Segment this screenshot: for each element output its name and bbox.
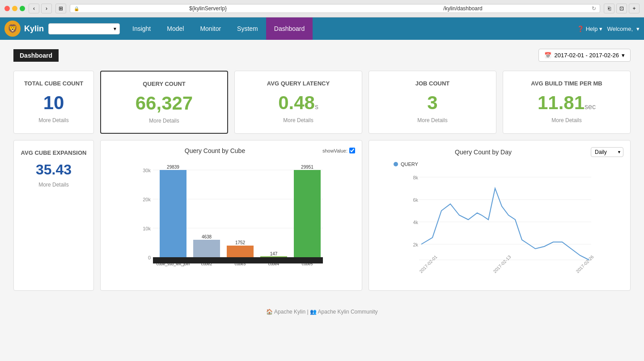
stat-query-count-label: QUERY COUNT xyxy=(108,81,220,88)
svg-text:6k: 6k xyxy=(413,197,418,203)
sidebar-toggle-button[interactable]: ⊞ xyxy=(55,4,66,13)
navbar-right: ❓ Help ▾ Welcome, ▾ xyxy=(577,25,640,32)
footer: 🏠 Apache Kylin | 👥 Apache Kylin Communit… xyxy=(13,300,631,324)
footer-community[interactable]: Apache Kylin Community xyxy=(318,309,378,315)
nav-links: Insight Model Monitor System Dashboard xyxy=(124,17,577,40)
reload-button[interactable]: ↻ xyxy=(592,5,596,12)
period-select[interactable]: Daily Weekly Monthly xyxy=(591,147,623,157)
svg-text:10k: 10k xyxy=(143,226,151,231)
stat-avg-latency-unit: s xyxy=(315,103,318,110)
share-button[interactable]: ⎗ xyxy=(604,4,614,13)
stat-total-cube-more[interactable]: More Details xyxy=(21,117,87,123)
nav-system[interactable]: System xyxy=(229,17,266,40)
svg-text:0: 0 xyxy=(148,255,151,260)
svg-text:29839: 29839 xyxy=(167,165,179,170)
stat-avg-latency-value: 0.48s xyxy=(242,92,355,114)
stat-avg-expansion-more[interactable]: More Details xyxy=(21,182,87,188)
svg-rect-15 xyxy=(260,256,287,257)
lock-icon: 🔒 xyxy=(74,6,79,11)
legend-label: QUERY xyxy=(401,161,418,167)
main-content: Dashboard 📅 2017-02-01 - 2017-02-26 ▾ TO… xyxy=(0,40,644,333)
stat-avg-build-time: AVG BUILD TIME PER MB 11.81sec More Deta… xyxy=(503,71,631,134)
navbar: 🦁 Kylin Insight Model Monitor System Das… xyxy=(0,17,644,40)
bar-chart-card: Query Count by Cube showValue: 30k 20k 1… xyxy=(100,140,362,291)
show-value-text: showValue: xyxy=(322,148,347,153)
stat-query-count-value: 66,327 xyxy=(108,93,220,114)
help-label: Help xyxy=(586,25,598,32)
svg-text:1752: 1752 xyxy=(235,240,246,245)
svg-text:20k: 20k xyxy=(143,197,151,202)
stat-job-count-label: JOB COUNT xyxy=(376,80,489,88)
svg-text:2017-02-26: 2017-02-26 xyxy=(575,254,595,274)
maximize-dot[interactable] xyxy=(20,6,25,11)
brand: 🦁 Kylin xyxy=(4,21,44,37)
stat-job-count-more[interactable]: More Details xyxy=(376,117,489,123)
help-icon: ❓ xyxy=(577,25,584,32)
nav-dashboard[interactable]: Dashboard xyxy=(266,17,313,40)
charts-row: AVG CUBE EXPANSION 35.43 More Details Qu… xyxy=(13,140,631,291)
welcome-chevron-icon: ▾ xyxy=(636,25,640,32)
stat-avg-latency: AVG QUERY LATENCY 0.48s More Details xyxy=(234,71,362,134)
nav-monitor[interactable]: Monitor xyxy=(192,17,229,40)
line-chart-title: Query Count by Day xyxy=(376,149,591,156)
stat-avg-build-value: 11.81sec xyxy=(510,92,623,114)
svg-rect-11 xyxy=(193,240,220,257)
back-button[interactable]: ‹ xyxy=(29,4,39,13)
svg-text:29951: 29951 xyxy=(301,165,314,170)
stat-avg-build-unit: sec xyxy=(585,103,596,110)
stat-avg-expansion: AVG CUBE EXPANSION 35.43 More Details xyxy=(13,140,94,291)
svg-text:4k: 4k xyxy=(413,220,418,225)
line-chart-path xyxy=(421,188,589,260)
nav-insight[interactable]: Insight xyxy=(124,17,159,40)
bar-chart-header: Query Count by Cube showValue: xyxy=(107,147,355,154)
minimize-dot[interactable] xyxy=(12,6,17,11)
svg-rect-13 xyxy=(227,246,254,257)
stat-query-count: QUERY COUNT 66,327 More Details xyxy=(100,71,228,134)
new-tab-button[interactable]: + xyxy=(629,4,640,13)
welcome-text: Welcome, xyxy=(607,25,633,32)
dashboard-title: Dashboard xyxy=(13,49,59,62)
svg-text:2k: 2k xyxy=(413,242,418,247)
stats-row: TOTAL CUBE COUNT 10 More Details QUERY C… xyxy=(13,71,631,134)
welcome-dropdown[interactable]: Welcome, ▾ xyxy=(607,25,640,32)
line-chart-legend: QUERY xyxy=(394,161,623,167)
bar-chart-title: Query Count by Cube xyxy=(107,147,322,154)
nav-model[interactable]: Model xyxy=(159,17,192,40)
stat-query-count-more[interactable]: More Details xyxy=(108,118,220,124)
brand-name: Kylin xyxy=(24,24,44,34)
show-value-checkbox[interactable] xyxy=(349,148,355,153)
close-dot[interactable] xyxy=(4,6,10,11)
left-stat-col: AVG CUBE EXPANSION 35.43 More Details xyxy=(13,140,94,291)
footer-home-icon: 🏠 xyxy=(266,309,273,315)
svg-rect-9 xyxy=(160,170,186,257)
forward-button[interactable]: › xyxy=(41,4,52,13)
stat-avg-build-label: AVG BUILD TIME PER MB xyxy=(510,80,623,88)
footer-community-icon: 👥 xyxy=(310,309,317,315)
date-range-chevron-icon: ▾ xyxy=(622,52,625,59)
svg-text:30k: 30k xyxy=(143,168,151,173)
line-chart-svg: 8k 6k 4k 2k 2017-02-01 2017-02-13 2017-0… xyxy=(376,170,623,282)
browser-chrome: ‹ › ⊞ 🔒 ${kylinServerIp} /kylin/dashboar… xyxy=(0,0,644,17)
sidebar-right-button[interactable]: ⊡ xyxy=(616,4,627,13)
svg-text:4638: 4638 xyxy=(202,234,212,239)
date-range-text: 2017-02-01 - 2017-02-26 xyxy=(554,52,619,59)
stat-avg-build-more[interactable]: More Details xyxy=(510,117,623,123)
stat-total-cube-value: 10 xyxy=(21,92,87,114)
calendar-icon: 📅 xyxy=(544,52,551,59)
stat-job-count-value: 3 xyxy=(376,92,489,114)
legend-dot xyxy=(394,162,398,166)
brand-logo: 🦁 xyxy=(4,21,21,37)
stat-avg-latency-more[interactable]: More Details xyxy=(242,117,355,123)
project-select[interactable] xyxy=(48,23,120,34)
footer-apache-kylin[interactable]: Apache Kylin xyxy=(274,309,305,315)
stat-job-count: JOB COUNT 3 More Details xyxy=(369,71,496,134)
date-range-picker[interactable]: 📅 2017-02-01 - 2017-02-26 ▾ xyxy=(538,49,631,62)
svg-text:2017-02-01: 2017-02-01 xyxy=(419,254,438,274)
daily-select-wrapper: Daily Weekly Monthly xyxy=(591,147,623,157)
line-chart-header: Query Count by Day Daily Weekly Monthly xyxy=(376,147,623,157)
project-select-wrapper xyxy=(48,23,120,34)
help-button[interactable]: ❓ Help ▾ xyxy=(577,25,603,32)
svg-rect-17 xyxy=(294,170,321,257)
show-value-label: showValue: xyxy=(322,148,355,153)
stat-avg-latency-label: AVG QUERY LATENCY xyxy=(242,80,355,88)
